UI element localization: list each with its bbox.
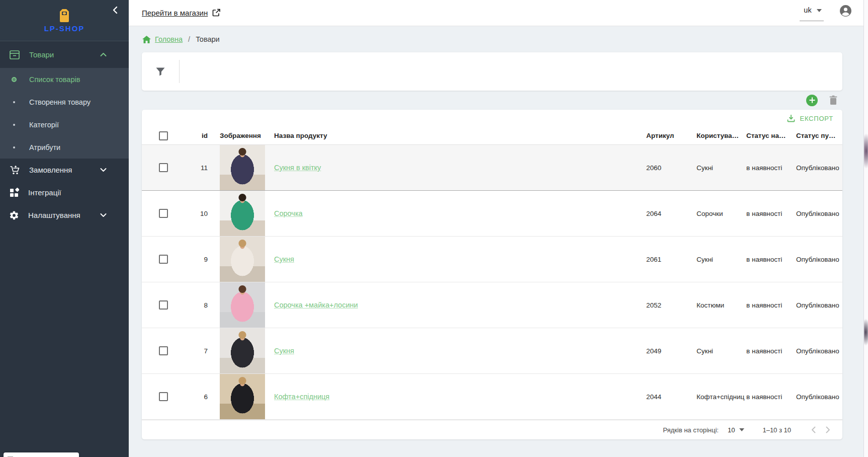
column-header-stock: Статус на… [746, 132, 796, 139]
row-checkbox[interactable] [159, 300, 168, 310]
bullet-icon [13, 124, 15, 126]
row-checkbox[interactable] [159, 392, 168, 401]
active-bullet-icon [12, 77, 17, 82]
sidebar-item-label: Інтеграції [28, 188, 61, 197]
cart-plus-icon [9, 165, 20, 175]
next-page-button[interactable] [821, 424, 835, 435]
go-to-store-link[interactable]: Перейти в магазин [142, 9, 221, 17]
chevron-down-icon [100, 168, 107, 172]
settings-gear-icon [9, 210, 19, 220]
row-checkbox[interactable] [159, 163, 168, 172]
table-body: 11 Сукня в квітку 2060 Сукні в наявності… [142, 145, 842, 420]
sidebar-item-label: Список товарів [29, 75, 80, 84]
row-stock: в наявності [746, 301, 796, 309]
row-checkbox[interactable] [159, 209, 168, 218]
table-row[interactable]: 11 Сукня в квітку 2060 Сукні в наявності… [142, 145, 842, 191]
table-row[interactable]: 8 Сорочка +майка+лосини 2052 Костюми в н… [142, 282, 842, 328]
row-category: Сукні [697, 256, 746, 263]
column-header-publish: Статус пу… [796, 132, 842, 139]
sidebar-item-label: Товари [29, 50, 54, 59]
sidebar: LP-SHOP Товари Список товарів Ст [0, 0, 129, 457]
filter-divider [179, 60, 180, 83]
product-image [220, 191, 265, 236]
product-name-link[interactable]: Сукня [274, 347, 294, 355]
main-area: Перейти в магазин uk Головна [129, 0, 868, 457]
previous-page-button[interactable] [806, 424, 821, 435]
row-sku: 2061 [646, 256, 697, 263]
products-table-card: ЕКСПОРТ id Зображення Назва продукту Арт… [142, 110, 842, 439]
pagination: Рядків на сторінці: 10 1–10 з 10 [142, 420, 842, 439]
select-all-checkbox[interactable] [159, 131, 168, 140]
table-header: id Зображення Назва продукту Артикул Кор… [142, 127, 842, 145]
sidebar-item-attributes[interactable]: Атрибути [0, 136, 129, 159]
product-name-link[interactable]: Кофта+спідниця [274, 393, 329, 401]
sidebar-nav: Товари Список товарів Створення товару К… [0, 41, 129, 226]
logo-bag-icon [58, 9, 71, 23]
sidebar-item-product-list[interactable]: Список товарів [0, 68, 129, 91]
column-header-category: Користува… [697, 132, 746, 139]
row-publish: Опубліковано [796, 256, 842, 263]
row-publish: Опубліковано [796, 393, 842, 401]
table-row[interactable]: 10 Сорочка 2064 Сорочки в наявності Опуб… [142, 191, 842, 237]
product-name-link[interactable]: Сукня в квітку [274, 164, 321, 172]
sidebar-item-label: Замовлення [29, 166, 72, 174]
account-circle-icon [839, 5, 852, 17]
row-publish: Опубліковано [796, 301, 842, 309]
products-submenu: Список товарів Створення товару Категорі… [0, 68, 129, 159]
sidebar-item-create-product[interactable]: Створення товару [0, 91, 129, 113]
row-sku: 2052 [646, 301, 697, 309]
home-icon [142, 36, 151, 43]
product-image [220, 145, 265, 190]
bullet-icon [13, 146, 15, 148]
product-name-link[interactable]: Сукня [274, 255, 294, 263]
product-image [220, 237, 265, 282]
bottom-left-widget [4, 452, 79, 457]
filter-button[interactable] [142, 67, 179, 77]
account-button[interactable] [839, 5, 852, 17]
row-checkbox[interactable] [159, 255, 168, 264]
delete-selected-button[interactable] [829, 95, 838, 105]
breadcrumb-current: Товари [196, 35, 220, 43]
breadcrumb: Головна / Товари [129, 26, 868, 52]
language-select[interactable]: uk [800, 4, 824, 21]
sidebar-item-integrations[interactable]: Інтеграції [0, 181, 129, 204]
external-link-icon [212, 9, 221, 17]
bullet-icon [13, 101, 15, 103]
rows-per-page-select[interactable]: 10 [728, 426, 744, 434]
sidebar-collapse-button[interactable] [110, 4, 122, 16]
row-id: 10 [172, 210, 220, 217]
sidebar-item-orders[interactable]: Замовлення [0, 159, 129, 181]
row-stock: в наявності [746, 210, 796, 217]
export-button[interactable]: ЕКСПОРТ [784, 114, 836, 123]
product-image [220, 328, 265, 373]
sidebar-item-settings[interactable]: Налаштування [0, 204, 129, 226]
sidebar-item-categories[interactable]: Категорії [0, 113, 129, 136]
column-header-image: Зображення [220, 132, 274, 139]
trash-icon [829, 95, 838, 105]
row-sku: 2044 [646, 393, 697, 401]
sidebar-item-label: Налаштування [28, 211, 80, 219]
table-row[interactable]: 6 Кофта+спідниця 2044 Кофта+спідниц в на… [142, 374, 842, 420]
table-row[interactable]: 7 Сукня 2049 Сукні в наявності Опубліков… [142, 328, 842, 374]
row-checkbox[interactable] [159, 346, 168, 355]
integrations-grid-icon [9, 188, 19, 198]
window-edge-strip [863, 0, 868, 457]
row-sku: 2060 [646, 164, 697, 172]
breadcrumb-home-link[interactable]: Головна [155, 35, 183, 43]
row-category: Сорочки [697, 210, 746, 217]
product-image [220, 374, 265, 419]
add-product-button[interactable] [806, 95, 818, 106]
product-name-link[interactable]: Сорочка +майка+лосини [274, 301, 358, 309]
chevron-left-icon [811, 426, 816, 433]
table-row[interactable]: 9 Сукня 2061 Сукні в наявності Опубліков… [142, 237, 842, 282]
row-category: Сукні [697, 347, 746, 355]
row-publish: Опубліковано [796, 164, 842, 172]
sidebar-item-products[interactable]: Товари [0, 41, 129, 68]
download-icon [787, 114, 795, 122]
product-name-link[interactable]: Сорочка [274, 209, 303, 217]
row-id: 6 [172, 393, 220, 401]
filter-panel [142, 52, 842, 91]
row-id: 8 [172, 301, 220, 309]
table-actions [129, 91, 868, 110]
export-row: ЕКСПОРТ [142, 110, 842, 127]
